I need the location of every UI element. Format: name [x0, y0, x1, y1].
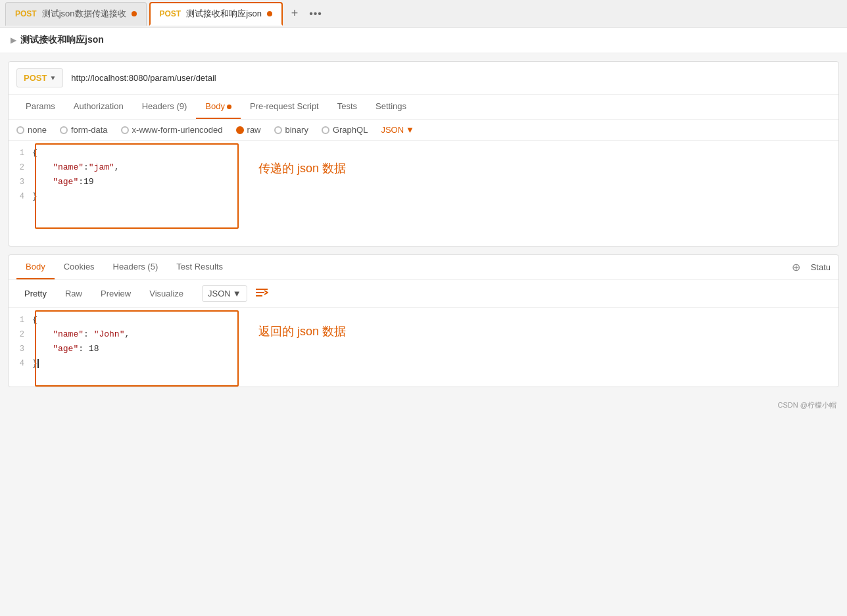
request-section: POST ▼ Params Authorization Headers (9) …: [8, 61, 839, 247]
tab1-method: POST: [15, 9, 37, 18]
response-tab-body[interactable]: Body: [16, 255, 55, 279]
radio-graphql[interactable]: GraphQL: [322, 125, 368, 135]
method-label: POST: [24, 73, 47, 83]
response-code-line-4: 4 }: [9, 356, 838, 371]
response-right-area: ⊕ Statu: [790, 261, 831, 274]
body-tab-dot: [227, 105, 231, 109]
response-sub-tabs: Pretty Raw Preview Visualize JSON ▼: [9, 280, 838, 308]
sub-tab-preview[interactable]: Preview: [93, 285, 139, 302]
tab-post-2[interactable]: POST 测试接收和响应json: [149, 2, 283, 26]
request-code-editor[interactable]: 传递的 json 数据 1 { 2 "name":"jam", 3 "age":…: [9, 141, 838, 246]
footer: CSDN @柠檬小帽: [0, 395, 847, 415]
radio-raw[interactable]: raw: [236, 125, 261, 135]
more-tabs-button[interactable]: •••: [306, 5, 325, 23]
tab1-dot: [132, 11, 137, 16]
tab-authorization[interactable]: Authorization: [64, 95, 133, 119]
response-code-line-2: 2 "name": "John",: [9, 327, 838, 342]
breadcrumb: ▶ 测试接收和响应json: [0, 28, 847, 53]
method-selector[interactable]: POST ▼: [16, 68, 63, 87]
wrap-icon[interactable]: [255, 287, 268, 300]
tab-bar: POST 测试json数据传递接收 POST 测试接收和响应json + •••: [0, 0, 847, 28]
tab-headers[interactable]: Headers (9): [133, 95, 197, 119]
sub-tab-raw[interactable]: Raw: [57, 285, 90, 302]
footer-text: CSDN @柠檬小帽: [778, 401, 836, 409]
response-tab-headers[interactable]: Headers (5): [104, 255, 168, 279]
globe-icon: ⊕: [790, 261, 803, 274]
request-tabs-row: Params Authorization Headers (9) Body Pr…: [9, 95, 838, 120]
method-chevron: ▼: [49, 74, 56, 82]
radio-formdata-circle: [60, 126, 68, 134]
response-code-line-1: 1 {: [9, 313, 838, 327]
url-input[interactable]: [68, 70, 831, 85]
radio-binary[interactable]: binary: [274, 125, 308, 135]
sub-tab-visualize[interactable]: Visualize: [141, 285, 191, 302]
response-tab-cookies[interactable]: Cookies: [55, 255, 104, 279]
radio-formdata[interactable]: form-data: [60, 125, 108, 135]
code-line-4: 4 }: [9, 189, 838, 204]
tab2-label: 测试接收和响应json: [186, 8, 262, 20]
url-bar: POST ▼: [9, 62, 838, 95]
radio-graphql-circle: [322, 126, 329, 134]
response-tabs-row: Body Cookies Headers (5) Test Results ⊕ …: [9, 255, 838, 280]
code-line-3: 3 "age":19: [9, 175, 838, 189]
tab-post-1[interactable]: POST 测试json数据传递接收: [5, 2, 147, 26]
tab1-label: 测试json数据传递接收: [42, 8, 126, 20]
breadcrumb-arrow: ▶: [11, 36, 16, 45]
code-line-1: 1 {: [9, 146, 838, 160]
tab-body[interactable]: Body: [196, 95, 241, 119]
radio-urlencoded-circle: [121, 126, 129, 134]
body-type-row: none form-data x-www-form-urlencoded raw…: [9, 120, 838, 141]
response-json-arrow: ▼: [233, 289, 241, 298]
status-label: Statu: [811, 262, 831, 272]
response-section: Body Cookies Headers (5) Test Results ⊕ …: [8, 254, 839, 387]
radio-raw-circle: [236, 126, 244, 134]
response-code-line-3: 3 "age": 18: [9, 342, 838, 356]
radio-urlencoded[interactable]: x-www-form-urlencoded: [121, 125, 223, 135]
radio-binary-circle: [274, 126, 282, 134]
tab-prerequest[interactable]: Pre-request Script: [241, 95, 328, 119]
tab2-method: POST: [160, 9, 182, 18]
radio-none-circle: [16, 126, 24, 134]
response-tab-testresults[interactable]: Test Results: [167, 255, 232, 279]
json-format-dropdown[interactable]: JSON ▼: [381, 125, 414, 135]
json-dropdown-arrow: ▼: [406, 125, 414, 135]
new-tab-button[interactable]: +: [285, 5, 304, 23]
tab-params[interactable]: Params: [16, 95, 64, 119]
request-annotation-text: 传递的 json 数据: [258, 160, 346, 176]
response-json-dropdown[interactable]: JSON ▼: [202, 285, 247, 302]
sub-tab-pretty[interactable]: Pretty: [16, 285, 55, 302]
breadcrumb-text: 测试接收和响应json: [20, 34, 104, 46]
tab-tests[interactable]: Tests: [328, 95, 366, 119]
response-code-area[interactable]: 返回的 json 数据 1 { 2 "name": "John", 3 "age…: [9, 308, 838, 387]
tab2-dot: [267, 11, 272, 16]
radio-none[interactable]: none: [16, 125, 47, 135]
code-line-2: 2 "name":"jam",: [9, 160, 838, 175]
tab-settings[interactable]: Settings: [366, 95, 416, 119]
response-annotation-text: 返回的 json 数据: [258, 323, 346, 339]
